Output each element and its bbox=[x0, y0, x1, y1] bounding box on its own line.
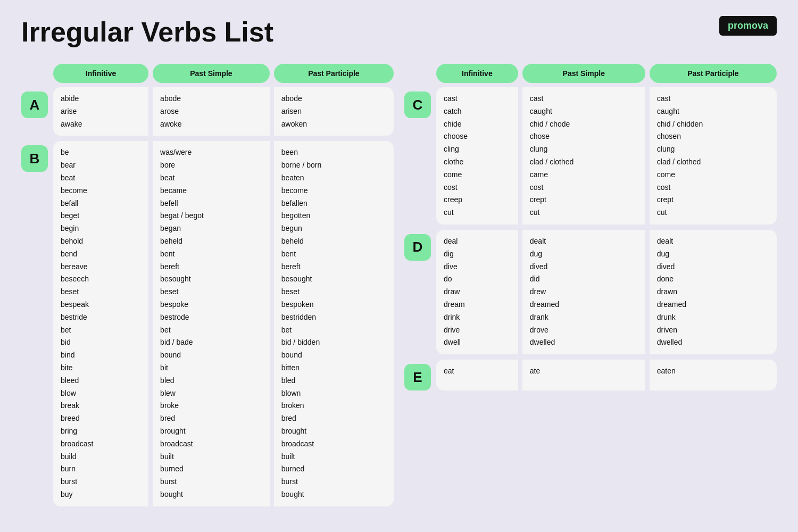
letter-cell: A bbox=[21, 87, 53, 136]
right-table-section: Infinitive Past Simple Past Participle C… bbox=[404, 64, 777, 506]
infinitive-cell: deal dig dive do draw dream drink drive … bbox=[436, 230, 518, 354]
brand-logo: promova bbox=[719, 16, 777, 36]
tables-container: Infinitive Past Simple Past Participle A… bbox=[21, 64, 777, 506]
letter-badge: B bbox=[21, 145, 48, 172]
left-header-infinitive: Infinitive bbox=[53, 64, 148, 83]
infinitive-cell: cast catch chide choose cling clothe com… bbox=[436, 87, 518, 225]
letter-badge: E bbox=[404, 364, 431, 390]
group-row: Aabide arise awakeabode arose awokeabode… bbox=[21, 87, 394, 136]
letter-cell: C bbox=[404, 87, 436, 225]
right-header-infinitive: Infinitive bbox=[436, 64, 518, 83]
letter-badge: A bbox=[21, 92, 48, 118]
group-row: Ccast catch chide choose cling clothe co… bbox=[404, 87, 777, 225]
page-header: Irregular Verbs List promova bbox=[21, 16, 777, 48]
letter-badge: D bbox=[404, 234, 431, 261]
spacer-row bbox=[404, 354, 777, 360]
infinitive-cell: abide arise awake bbox=[53, 87, 148, 136]
past-simple-cell: dealt dug dived did drew dreamed drank d… bbox=[522, 230, 645, 354]
left-header-past-participle: Past Participle bbox=[274, 64, 394, 83]
letter-cell: B bbox=[21, 141, 53, 506]
group-row: Bbe bear beat become befall beget begin … bbox=[21, 141, 394, 506]
letter-cell: D bbox=[404, 230, 436, 354]
left-table-section: Infinitive Past Simple Past Participle A… bbox=[21, 64, 394, 506]
past-participle-cell: eaten bbox=[650, 360, 777, 390]
right-verb-table: Infinitive Past Simple Past Participle C… bbox=[404, 64, 777, 390]
group-row: Eeatateeaten bbox=[404, 360, 777, 390]
past-participle-cell: cast caught chid / chidden chosen clung … bbox=[650, 87, 777, 225]
past-participle-cell: dealt dug dived done drawn dreamed drunk… bbox=[650, 230, 777, 354]
past-participle-cell: abode arisen awoken bbox=[274, 87, 394, 136]
past-simple-cell: abode arose awoke bbox=[153, 87, 270, 136]
past-simple-cell: was/were bore beat became befell begat /… bbox=[153, 141, 270, 506]
spacer-row bbox=[404, 225, 777, 230]
spacer-row bbox=[21, 136, 394, 141]
infinitive-cell: be bear beat become befall beget begin b… bbox=[53, 141, 148, 506]
right-header-past-participle: Past Participle bbox=[650, 64, 777, 83]
page-title: Irregular Verbs List bbox=[21, 16, 273, 48]
left-verb-table: Infinitive Past Simple Past Participle A… bbox=[21, 64, 394, 506]
infinitive-cell: eat bbox=[436, 360, 518, 390]
group-row: Ddeal dig dive do draw dream drink drive… bbox=[404, 230, 777, 354]
left-header-past-simple: Past Simple bbox=[153, 64, 270, 83]
past-simple-cell: cast caught chid / chode chose clung cla… bbox=[522, 87, 645, 225]
letter-badge: C bbox=[404, 92, 431, 118]
past-simple-cell: ate bbox=[522, 360, 645, 390]
past-participle-cell: been borne / born beaten become befallen… bbox=[274, 141, 394, 506]
letter-cell: E bbox=[404, 360, 436, 390]
right-header-past-simple: Past Simple bbox=[522, 64, 645, 83]
brand-name: promova bbox=[728, 20, 768, 31]
